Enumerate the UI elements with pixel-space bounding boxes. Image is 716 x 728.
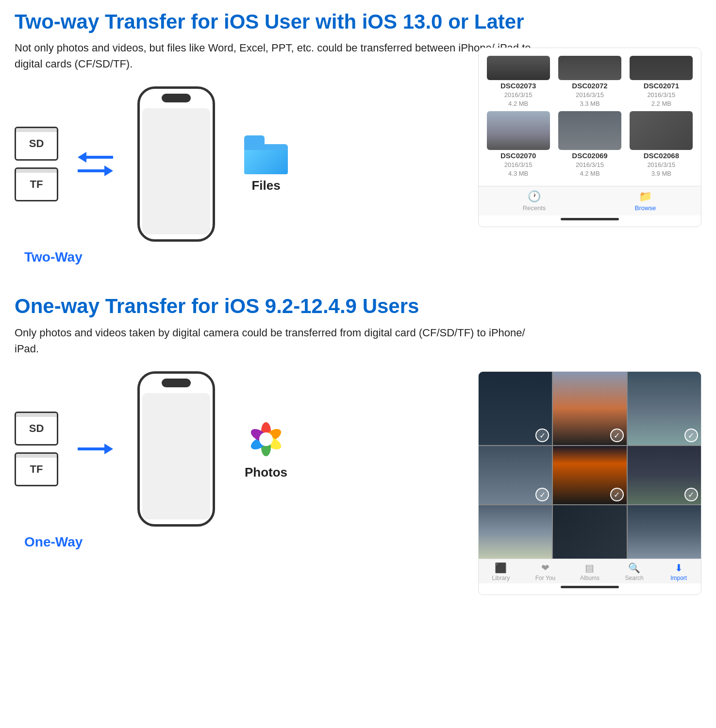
section1-desc: Not only photos and videos, but files li… xyxy=(15,40,549,72)
tab-recents[interactable]: 🕐 Recents xyxy=(479,190,590,212)
phone-screen-2 xyxy=(142,393,210,519)
import-label: Import xyxy=(670,575,687,581)
photos-label: Photos xyxy=(245,465,287,480)
for-you-icon: ❤ xyxy=(541,562,549,574)
phone-1 xyxy=(137,86,215,242)
check-overlay: ✓ xyxy=(610,429,624,442)
photo-cell: ✓ xyxy=(628,372,701,445)
tf-card-1: TF xyxy=(15,167,58,201)
check-overlay: ✓ xyxy=(684,429,698,442)
photos-icon xyxy=(244,417,288,461)
cards-stack-1: SD TF xyxy=(15,127,58,201)
photos-tab-bar: ⬛ Library ❤ For You ▤ Albums 🔍 Search ⬇ xyxy=(479,559,701,583)
photo-cell: ✓ xyxy=(479,446,552,504)
section2-title: One-way Transfer for iOS 9.2-12.4.9 User… xyxy=(15,294,701,318)
photo-cell xyxy=(479,505,552,559)
one-way-diagram: SD TF xyxy=(15,371,288,550)
files-tab-bar: 🕐 Recents 📁 Browse xyxy=(479,186,701,215)
files-icon-container: Files xyxy=(244,135,288,193)
search-label: Search xyxy=(625,575,644,581)
tab-albums[interactable]: ▤ Albums xyxy=(567,562,612,581)
tab-browse[interactable]: 📁 Browse xyxy=(590,190,701,212)
check-overlay: ✓ xyxy=(684,488,698,501)
tab-import[interactable]: ⬇ Import xyxy=(656,562,701,581)
one-way-label: One-Way xyxy=(24,534,83,550)
for-you-label: For You xyxy=(535,575,555,581)
two-way-diagram: SD TF xyxy=(15,86,288,265)
tab-search[interactable]: 🔍 Search xyxy=(612,562,657,581)
import-icon: ⬇ xyxy=(675,562,683,574)
phone-2 xyxy=(137,371,215,527)
two-way-label: Two-Way xyxy=(24,249,83,265)
files-label: Files xyxy=(251,178,280,193)
check-overlay: ✓ xyxy=(535,429,549,442)
files-icon xyxy=(244,135,288,174)
search-icon: 🔍 xyxy=(628,562,640,574)
check-overlay: ✓ xyxy=(535,488,549,501)
sd-card-1: SD xyxy=(15,127,58,161)
section2-desc: Only photos and videos taken by digital … xyxy=(15,325,549,357)
file-item: DSC02072 2016/3/15 3.3 MB xyxy=(556,56,623,107)
files-grid: DSC02073 2016/3/15 4.2 MB DSC02072 2016/… xyxy=(479,48,701,186)
files-app-screenshot: DSC02073 2016/3/15 4.2 MB DSC02072 2016/… xyxy=(478,48,701,227)
file-item: DSC02071 2016/3/15 2.2 MB xyxy=(628,56,695,107)
photos-icon-container: Photos xyxy=(244,417,288,480)
one-way-arrow xyxy=(78,444,113,454)
photo-cell xyxy=(553,505,626,559)
home-indicator-1 xyxy=(561,218,619,220)
file-item: DSC02070 2016/3/15 4.3 MB xyxy=(484,111,552,177)
photo-cell: ✓ xyxy=(553,372,626,445)
section-one-way: One-way Transfer for iOS 9.2-12.4.9 User… xyxy=(15,294,701,595)
file-item: DSC02068 2016/3/15 3.9 MB xyxy=(628,111,695,177)
tab-for-you[interactable]: ❤ For You xyxy=(523,562,568,581)
albums-label: Albums xyxy=(580,575,599,581)
tf-card-2: TF xyxy=(15,452,58,486)
albums-icon: ▤ xyxy=(585,562,594,574)
svg-point-7 xyxy=(259,432,273,446)
sd-card-2: SD xyxy=(15,412,58,446)
library-icon: ⬛ xyxy=(495,562,507,574)
section-two-way: Two-way Transfer for iOS User with iOS 1… xyxy=(15,10,701,265)
photos-app-screenshot: ✓ ✓ ✓ ✓ ✓ ✓ xyxy=(478,371,701,595)
recents-icon: 🕐 xyxy=(528,190,541,203)
photo-cell: ✓ xyxy=(479,372,552,445)
tab-library[interactable]: ⬛ Library xyxy=(479,562,523,581)
photo-cell: ✓ xyxy=(628,446,701,504)
home-indicator-2 xyxy=(561,586,619,588)
file-item: DSC02073 2016/3/15 4.2 MB xyxy=(484,56,552,107)
cards-stack-2: SD TF xyxy=(15,412,58,486)
phone-screen-1 xyxy=(142,108,210,234)
check-overlay: ✓ xyxy=(610,488,624,501)
browse-icon: 📁 xyxy=(639,190,652,203)
library-label: Library xyxy=(492,575,510,581)
photos-grid: ✓ ✓ ✓ ✓ ✓ ✓ xyxy=(479,372,701,559)
two-way-arrows xyxy=(78,152,113,176)
photo-cell xyxy=(628,505,701,559)
file-item: DSC02069 2016/3/15 4.2 MB xyxy=(556,111,623,177)
photo-cell: ✓ xyxy=(553,446,626,504)
section1-title: Two-way Transfer for iOS User with iOS 1… xyxy=(15,10,701,34)
